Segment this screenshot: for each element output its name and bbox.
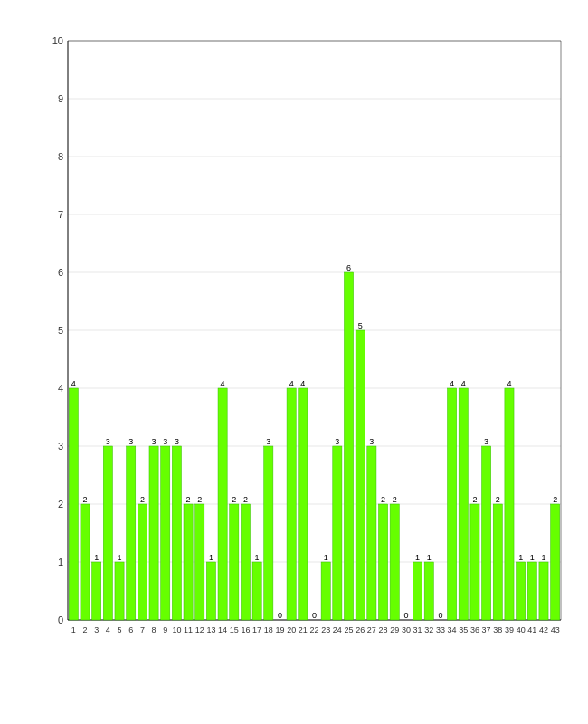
svg-text:2: 2 <box>186 495 191 504</box>
svg-text:4: 4 <box>221 379 225 388</box>
svg-text:36: 36 <box>470 625 479 634</box>
svg-rect-119 <box>424 562 433 620</box>
svg-rect-29 <box>81 504 90 620</box>
svg-text:8: 8 <box>152 625 156 634</box>
svg-text:0: 0 <box>278 611 282 620</box>
svg-text:2: 2 <box>83 625 88 634</box>
svg-text:29: 29 <box>390 625 399 634</box>
svg-text:2: 2 <box>472 495 477 504</box>
svg-text:4: 4 <box>300 379 305 388</box>
svg-text:4: 4 <box>507 379 511 388</box>
svg-rect-41 <box>127 446 136 620</box>
svg-rect-152 <box>551 504 560 620</box>
svg-text:2: 2 <box>243 495 248 504</box>
svg-rect-137 <box>493 504 502 620</box>
svg-text:21: 21 <box>299 625 308 634</box>
svg-text:12: 12 <box>195 625 204 634</box>
svg-text:4: 4 <box>106 625 110 634</box>
svg-text:1: 1 <box>71 625 76 634</box>
svg-rect-56 <box>184 504 193 620</box>
svg-text:3: 3 <box>106 437 110 446</box>
svg-text:1: 1 <box>530 553 535 562</box>
svg-text:9: 9 <box>163 625 167 634</box>
svg-text:0: 0 <box>403 611 408 620</box>
svg-text:32: 32 <box>424 625 433 634</box>
svg-rect-98 <box>344 272 353 620</box>
svg-text:2: 2 <box>553 495 557 504</box>
svg-text:8: 8 <box>58 151 63 162</box>
svg-rect-71 <box>241 504 250 620</box>
svg-text:40: 40 <box>517 625 526 634</box>
svg-text:2: 2 <box>496 495 500 504</box>
svg-text:39: 39 <box>505 625 514 634</box>
svg-text:34: 34 <box>448 625 457 634</box>
svg-text:4: 4 <box>450 379 454 388</box>
svg-text:6: 6 <box>346 263 351 272</box>
svg-text:4: 4 <box>58 383 63 394</box>
svg-text:18: 18 <box>264 625 273 634</box>
svg-text:1: 1 <box>255 553 260 562</box>
svg-text:28: 28 <box>379 625 388 634</box>
svg-rect-32 <box>92 562 101 620</box>
svg-text:3: 3 <box>335 437 339 446</box>
svg-text:4: 4 <box>461 379 466 388</box>
svg-text:3: 3 <box>94 625 99 634</box>
svg-text:13: 13 <box>206 625 215 634</box>
svg-rect-62 <box>206 562 215 620</box>
svg-text:3: 3 <box>175 437 179 446</box>
svg-text:0: 0 <box>438 611 442 620</box>
svg-rect-125 <box>448 388 457 620</box>
svg-text:16: 16 <box>241 625 250 634</box>
svg-rect-50 <box>161 446 170 620</box>
svg-text:2: 2 <box>83 495 88 504</box>
svg-rect-95 <box>333 446 342 620</box>
svg-text:35: 35 <box>459 625 468 634</box>
svg-rect-68 <box>230 504 239 620</box>
svg-text:1: 1 <box>415 553 420 562</box>
svg-text:22: 22 <box>309 625 318 634</box>
chart-svg: 0123456789104122133415362738393102112121… <box>41 32 574 665</box>
svg-rect-131 <box>470 504 479 620</box>
svg-text:23: 23 <box>321 625 330 634</box>
svg-rect-26 <box>69 388 78 620</box>
svg-rect-77 <box>264 446 273 620</box>
svg-text:2: 2 <box>58 499 63 510</box>
svg-text:1: 1 <box>518 553 523 562</box>
svg-text:1: 1 <box>118 553 122 562</box>
svg-rect-110 <box>390 504 399 620</box>
svg-text:0: 0 <box>58 614 63 625</box>
svg-text:2: 2 <box>393 495 397 504</box>
chart-title <box>0 0 588 14</box>
svg-text:6: 6 <box>58 267 63 278</box>
svg-text:9: 9 <box>58 93 63 104</box>
svg-text:33: 33 <box>436 625 445 634</box>
svg-rect-74 <box>252 562 261 620</box>
svg-rect-92 <box>321 562 330 620</box>
svg-rect-53 <box>172 446 181 620</box>
svg-text:1: 1 <box>58 557 63 567</box>
svg-rect-149 <box>539 562 548 620</box>
svg-text:7: 7 <box>58 209 63 220</box>
svg-text:3: 3 <box>152 437 156 446</box>
svg-text:24: 24 <box>333 625 342 634</box>
svg-rect-107 <box>378 504 387 620</box>
svg-rect-146 <box>527 562 536 620</box>
svg-rect-83 <box>287 388 296 620</box>
svg-text:1: 1 <box>541 553 545 562</box>
svg-rect-104 <box>367 446 376 620</box>
svg-text:4: 4 <box>289 379 294 388</box>
svg-text:17: 17 <box>252 625 261 634</box>
svg-text:1: 1 <box>94 553 99 562</box>
svg-rect-101 <box>356 330 365 620</box>
svg-text:1: 1 <box>427 553 432 562</box>
svg-text:43: 43 <box>551 625 560 634</box>
svg-text:42: 42 <box>539 625 548 634</box>
svg-text:31: 31 <box>413 625 422 634</box>
svg-text:30: 30 <box>402 625 411 634</box>
svg-text:6: 6 <box>128 625 133 634</box>
svg-text:0: 0 <box>312 611 317 620</box>
svg-rect-86 <box>299 388 308 620</box>
svg-text:1: 1 <box>209 553 213 562</box>
svg-rect-143 <box>517 562 526 620</box>
svg-text:26: 26 <box>356 625 365 634</box>
